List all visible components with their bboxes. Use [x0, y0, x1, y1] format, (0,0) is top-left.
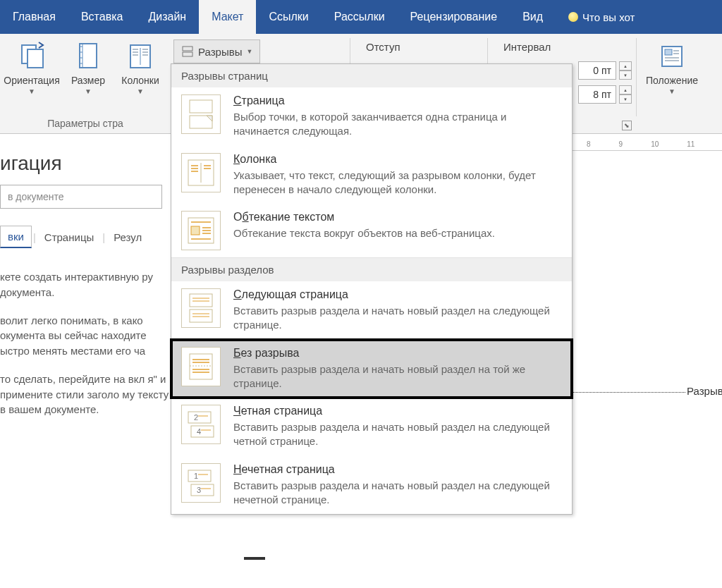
chevron-down-icon: ▼	[85, 87, 92, 95]
svg-rect-48	[188, 412, 211, 423]
menu-item-next-page-break[interactable]: Следующая страница Вставить разрыв разде…	[171, 281, 572, 340]
spacing-before-input[interactable]	[578, 61, 616, 80]
menu-item-even-page-break[interactable]: 24 Четная страница Вставить разрыв разде…	[171, 398, 572, 456]
dialog-launcher-icon[interactable]: ⬊	[622, 121, 632, 130]
tab-layout[interactable]: Макет	[199, 0, 256, 34]
breaks-button[interactable]: Разрывы ▼	[173, 39, 260, 63]
svg-rect-19	[190, 100, 212, 113]
menu-item-title: Без разрыва	[233, 347, 562, 360]
navigation-title: игация	[0, 147, 169, 185]
orientation-label: Ориентация	[4, 75, 59, 86]
group-page-setup: Ориентация ▼ Размер ▼ Колонки ▼ Параметр…	[0, 34, 171, 133]
spin-down-icon[interactable]: ▼	[619, 71, 632, 80]
spacing-after-input[interactable]	[578, 85, 616, 104]
columns-icon	[126, 41, 154, 72]
menu-item-desc: Вставить разрыв раздела и начать новый р…	[233, 479, 562, 508]
svg-rect-39	[190, 310, 212, 322]
orientation-icon	[18, 41, 46, 72]
tab-mailings[interactable]: Рассылки	[322, 0, 398, 34]
tab-insert[interactable]: Вставка	[68, 0, 135, 34]
menu-item-text-wrapping-break[interactable]: Обтекание текстом Обтекание текста вокру…	[171, 204, 572, 257]
menu-item-title: Колонка	[233, 153, 562, 166]
spacing-after-spinner[interactable]: ▲▼	[578, 85, 630, 104]
navigation-body: кете создать интерактивную ру документа.…	[0, 269, 169, 417]
svg-rect-54	[188, 470, 211, 482]
spacing-label: Интервал	[488, 37, 636, 53]
cursor-mark	[244, 557, 265, 560]
position-button[interactable]: Положение ▼	[637, 37, 707, 95]
chevron-down-icon: ▼	[137, 87, 144, 95]
menu-item-title: Четная страница	[233, 405, 562, 417]
svg-rect-11	[183, 47, 192, 51]
menu-item-continuous-break[interactable]: Без разрыва Вставить разрыв раздела и на…	[171, 340, 572, 398]
menu-item-title: ССтраницатраница	[233, 94, 562, 107]
odd-page-icon: 13	[181, 463, 221, 503]
chevron-down-icon: ▼	[668, 87, 675, 95]
svg-rect-36	[190, 294, 212, 307]
next-page-icon	[181, 288, 221, 328]
menu-item-desc: Выбор точки, в которой заканчивается одн…	[233, 110, 562, 139]
tab-view[interactable]: Вид	[510, 0, 556, 34]
search-placeholder: в документе	[8, 191, 64, 202]
annotation-leader-line	[573, 392, 685, 393]
menu-item-desc: Обтекание текста вокруг объектов на веб-…	[233, 226, 562, 240]
group-page-setup-label: Параметры стра	[0, 116, 171, 132]
breaks-menu: Разрывы страниц ССтраницатраница Выбор т…	[171, 63, 573, 515]
menu-item-desc: Указывает, что текст, следующий за разры…	[233, 169, 562, 197]
menu-item-odd-page-break[interactable]: 13 Нечетная страница Вставить разрыв раз…	[171, 456, 572, 515]
tell-me-label: Что вы хот	[582, 11, 635, 23]
svg-text:2: 2	[194, 413, 198, 422]
breaks-label: Разрывы	[198, 46, 242, 58]
tab-review[interactable]: Рецензирование	[398, 0, 510, 34]
ribbon-tabs: Главная Вставка Дизайн Макет Ссылки Расс…	[0, 0, 722, 34]
tab-home[interactable]: Главная	[0, 0, 68, 34]
orientation-button[interactable]: Ориентация ▼	[0, 37, 63, 95]
navigation-pane: игация в документе вки | Страницы | Резу…	[0, 147, 169, 430]
page-break-icon	[181, 94, 221, 134]
menu-item-column-break[interactable]: Колонка Указывает, что текст, следующий …	[171, 146, 572, 204]
spacing-before-spinner[interactable]: ▲▼	[578, 61, 630, 80]
document-page-area	[233, 557, 571, 560]
size-icon	[74, 41, 102, 72]
navigation-tabs: вки | Страницы | Резул	[0, 226, 169, 248]
menu-item-title: Нечетная страница	[233, 463, 562, 476]
menu-item-title: Следующая страница	[233, 288, 562, 301]
nav-tab-headings[interactable]: вки	[0, 226, 32, 248]
spin-down-icon[interactable]: ▼	[619, 94, 632, 104]
svg-rect-12	[183, 52, 192, 56]
nav-tab-results[interactable]: Резул	[106, 227, 149, 247]
menu-item-desc: Вставить разрыв раздела и начать новый р…	[233, 420, 562, 449]
horizontal-ruler: 891011	[573, 138, 722, 151]
annotation-label: Разрыв	[687, 385, 722, 397]
size-button[interactable]: Размер ▼	[63, 37, 113, 95]
svg-rect-14	[665, 49, 672, 55]
chevron-down-icon: ▼	[246, 48, 252, 55]
svg-rect-42	[190, 354, 212, 379]
menu-header-section-breaks: Разрывы разделов	[171, 257, 572, 281]
spin-up-icon[interactable]: ▲	[619, 61, 632, 71]
position-icon	[658, 41, 686, 72]
column-break-icon	[181, 153, 221, 192]
menu-item-desc: Вставить разрыв раздела и начать новый р…	[233, 362, 562, 391]
text-wrapping-icon	[181, 211, 221, 250]
size-label: Размер	[71, 75, 105, 86]
columns-button[interactable]: Колонки ▼	[113, 37, 168, 95]
svg-rect-50	[191, 426, 214, 437]
tab-references[interactable]: Ссылки	[256, 0, 321, 34]
svg-rect-56	[191, 484, 214, 496]
continuous-break-icon	[181, 347, 221, 386]
lightbulb-icon	[568, 12, 578, 22]
tab-design[interactable]: Дизайн	[135, 0, 199, 34]
nav-tab-pages[interactable]: Страницы	[37, 227, 101, 247]
svg-text:1: 1	[194, 472, 198, 480]
even-page-icon: 24	[181, 405, 221, 444]
group-arrange: Положение ▼	[637, 34, 722, 133]
tell-me-search[interactable]: Что вы хот	[556, 0, 647, 34]
navigation-search-input[interactable]: в документе	[0, 185, 162, 209]
spin-up-icon[interactable]: ▲	[619, 85, 632, 94]
menu-item-desc: Вставить разрыв раздела и начать новый р…	[233, 304, 562, 333]
position-label: Положение	[646, 75, 698, 86]
menu-item-page-break[interactable]: ССтраницатраница Выбор точки, в которой …	[171, 87, 572, 146]
svg-rect-1	[27, 49, 43, 68]
menu-item-title: Обтекание текстом	[233, 211, 562, 223]
